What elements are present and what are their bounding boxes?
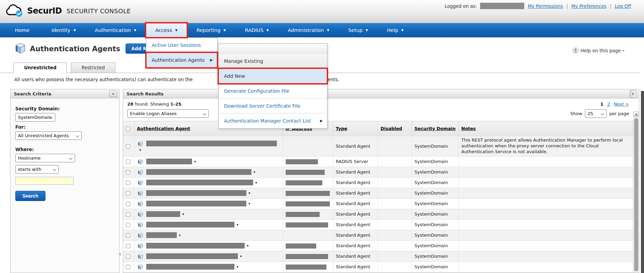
scrollbar-thumb[interactable] (634, 118, 638, 271)
help-on-this-page-link[interactable]: ? Help on this page ▾ (573, 48, 624, 53)
agent-name-redacted[interactable] (146, 264, 234, 270)
agent-context-caret-icon[interactable]: ▾ (249, 191, 250, 195)
row-checkbox[interactable] (126, 254, 130, 259)
my-permissions-link[interactable]: My Permissions (528, 3, 563, 9)
nav-item[interactable]: Access ▼ (146, 23, 187, 37)
agent-context-caret-icon[interactable]: ▾ (139, 148, 141, 152)
collapse-panel-button[interactable]: « (109, 91, 117, 97)
nav-item[interactable]: Help ▼ (377, 23, 413, 37)
window-scrollbar[interactable] (640, 91, 644, 273)
agent-context-caret-icon[interactable]: ▾ (237, 223, 239, 226)
row-checkbox[interactable] (126, 233, 130, 238)
next-page-link[interactable]: Next > (614, 102, 629, 107)
scroll-up-arrow-icon[interactable]: ▲ (633, 111, 639, 117)
agent-name-redacted[interactable] (146, 232, 177, 238)
row-checkbox[interactable] (126, 244, 130, 248)
agent-context-caret-icon[interactable]: ▾ (183, 212, 184, 216)
agent-context-caret-icon[interactable]: ▾ (255, 181, 257, 184)
submenu-item[interactable]: Download Server Certificate File (219, 98, 327, 113)
agent-name-redacted[interactable] (146, 180, 253, 185)
row-checkbox[interactable] (126, 265, 130, 269)
row-checkbox[interactable] (126, 212, 130, 217)
agent-name-redacted[interactable] (146, 190, 246, 196)
agent-context-caret-icon[interactable]: ▾ (179, 233, 181, 237)
log-off-link[interactable]: Log Off (615, 3, 631, 9)
submenu-item[interactable]: Generate Configuration File (219, 84, 327, 98)
agent-name-redacted[interactable] (146, 169, 251, 175)
submenu-item[interactable]: Add New (219, 69, 327, 84)
agent-name-redacted[interactable] (146, 243, 245, 249)
agent-context-caret-icon[interactable]: ▾ (240, 254, 242, 258)
nav-item[interactable]: Home (5, 23, 42, 37)
security-domain-select[interactable]: SystemDomain (15, 113, 55, 122)
agent-context-caret-icon[interactable]: ▾ (237, 265, 239, 269)
column-sort-link[interactable]: Notes (461, 126, 476, 131)
panel-splitter-chevron-icon[interactable]: ‹ (118, 247, 122, 261)
pagination: 1 2 Next > (600, 102, 629, 107)
nav-item[interactable]: Administration ▼ (278, 23, 339, 37)
agent-disabled (378, 240, 412, 251)
row-checkbox[interactable] (126, 202, 130, 206)
main-nav: Home Identity ▼ Authentication ▼ Access … (0, 23, 644, 37)
collapse-results-button[interactable]: « (630, 90, 636, 98)
row-checkbox[interactable] (126, 223, 130, 227)
agent-name-redacted[interactable] (146, 159, 192, 164)
nav-item[interactable]: Setup ▼ (339, 23, 377, 37)
search-button[interactable]: Search (15, 191, 45, 201)
agent-box-icon (137, 221, 144, 228)
bulk-action-select[interactable]: Enable Logon Aliases (127, 109, 209, 118)
agent-context-caret-icon[interactable]: ▾ (249, 202, 250, 205)
nav-item-label: Help (387, 28, 398, 33)
column-sort-link[interactable]: Security Domain (415, 126, 456, 131)
ip-address-redacted (286, 222, 328, 228)
my-preferences-link[interactable]: My Preferences (571, 3, 606, 9)
column-sort-link[interactable]: Type (336, 126, 347, 131)
ip-address-redacted (286, 159, 318, 164)
column-sort-link[interactable]: Disabled (381, 126, 402, 131)
agent-name-redacted[interactable] (146, 222, 234, 228)
row-checkbox[interactable] (126, 170, 130, 175)
agent-name-redacted[interactable] (146, 201, 246, 206)
nav-item[interactable]: Authentication ▼ (85, 23, 146, 37)
chevron-down-icon: ▾ (623, 49, 624, 52)
agent-name-redacted[interactable] (146, 141, 277, 146)
submenu-item[interactable]: Authentication Manager Contact List ▶ (219, 113, 327, 128)
for-label: For: (15, 124, 114, 130)
where-value-input[interactable] (15, 177, 74, 185)
results-status-row: 28 found. Showing 1-25. 1 2 Next > (123, 98, 633, 108)
page-size-select[interactable]: 25 (585, 109, 607, 118)
row-checkbox[interactable] (126, 181, 130, 185)
chevron-down-icon: ▼ (224, 29, 226, 32)
agent-name-redacted[interactable] (146, 253, 238, 259)
agent-security-domain: SystemDomain (412, 230, 458, 240)
for-select[interactable]: All Unrestricted Agents (15, 131, 82, 140)
agent-name-redacted[interactable] (146, 211, 180, 217)
authentication-agents-submenu: Manage Existing Add New Generate Configu… (218, 43, 327, 129)
where-operator-select[interactable]: starts with (15, 165, 59, 174)
row-checkbox[interactable] (126, 144, 130, 149)
page-2-link[interactable]: 2 (607, 102, 610, 107)
row-checkbox[interactable] (126, 160, 130, 164)
chevron-right-icon: ▶ (210, 53, 213, 68)
nav-item-label: Administration (288, 28, 324, 33)
where-field-select[interactable]: Hostname (15, 154, 75, 162)
menu-item[interactable]: Authentication Agents ▶ (146, 53, 217, 68)
select-all-checkbox[interactable] (126, 127, 130, 131)
nav-item[interactable]: RADIUS ▼ (235, 23, 279, 37)
submenu-item[interactable]: Manage Existing (219, 54, 327, 69)
search-criteria-panel: Search Criteria « Security Domain: Syste… (10, 89, 119, 273)
agent-context-caret-icon[interactable]: ▾ (247, 244, 249, 248)
tab-unrestricted[interactable]: Unrestricted (14, 62, 67, 73)
agent-context-caret-icon[interactable]: ▾ (254, 170, 255, 174)
agent-row: ▾ Standard Agent SystemDomain (123, 240, 633, 251)
agent-notes (458, 188, 633, 198)
menu-item[interactable]: Active User Sessions (146, 38, 217, 53)
nav-item[interactable]: Reporting ▼ (187, 23, 235, 37)
column-sort-link[interactable]: Authentication Agent (137, 126, 190, 131)
agent-context-caret-icon[interactable]: ▾ (194, 160, 196, 163)
agent-box-icon (137, 253, 144, 260)
nav-item[interactable]: Identity ▼ (42, 23, 86, 37)
row-checkbox[interactable] (126, 191, 130, 196)
tab-restricted[interactable]: Restricted (71, 62, 115, 73)
results-scrollbar[interactable]: ▲ (633, 111, 639, 273)
